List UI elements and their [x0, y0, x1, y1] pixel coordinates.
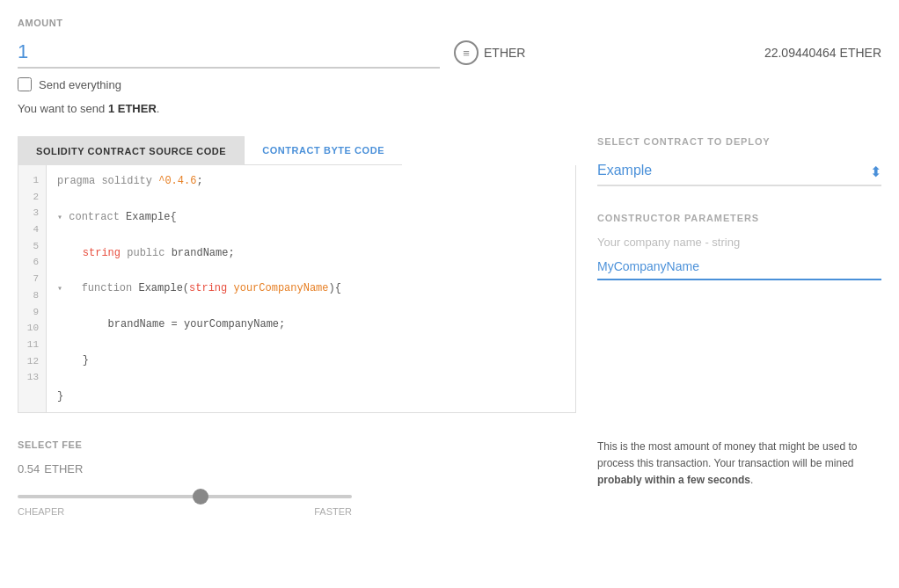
- currency-badge: ≡ ETHER: [454, 40, 525, 65]
- contract-select-wrapper: Example ⬍: [597, 156, 881, 186]
- right-panel: SELECT CONTRACT TO DEPLOY Example ⬍ CONS…: [597, 136, 881, 517]
- tabs: SOLIDITY CONTRACT SOURCE CODE CONTRACT B…: [18, 136, 576, 165]
- contract-select[interactable]: Example: [597, 156, 881, 186]
- code-content: pragma solidity ^0.4.6; ▾ contract Examp…: [47, 165, 575, 412]
- send-everything-row: Send everything: [18, 77, 881, 91]
- want-to-send-text: You want to send 1 ETHER.: [18, 102, 881, 115]
- cheaper-label: CHEAPER: [18, 506, 64, 517]
- constructor-label: CONSTRUCTOR PARAMETERS: [597, 213, 881, 223]
- main-layout: SOLIDITY CONTRACT SOURCE CODE CONTRACT B…: [18, 136, 881, 517]
- fee-section: SELECT FEE 0.54 ETHER CHEAPER FASTER: [18, 439, 576, 517]
- currency-label: ETHER: [484, 46, 525, 60]
- tab-solidity[interactable]: SOLIDITY CONTRACT SOURCE CODE: [18, 136, 245, 165]
- balance-display: 22.09440464 ETHER: [764, 46, 881, 60]
- tab-bytecode[interactable]: CONTRACT BYTE CODE: [245, 136, 402, 165]
- param-label: Your company name - string: [597, 236, 881, 249]
- ether-icon: ≡: [454, 40, 479, 65]
- amount-row: ≡ ETHER 22.09440464 ETHER: [18, 37, 881, 69]
- fee-label: SELECT FEE: [18, 439, 576, 450]
- param-input[interactable]: [597, 254, 881, 280]
- line-numbers: 1 2 3 4 5 6 7 8 9 10 11 12 13: [18, 165, 47, 412]
- faster-label: FASTER: [314, 506, 352, 517]
- code-editor: 1 2 3 4 5 6 7 8 9 10 11 12 13 pragma sol…: [18, 165, 576, 413]
- slider-labels: CHEAPER FASTER: [18, 506, 352, 517]
- amount-section: AMOUNT ≡ ETHER 22.09440464 ETHER Send ev…: [18, 18, 881, 115]
- send-everything-checkbox[interactable]: [18, 77, 32, 91]
- amount-label: AMOUNT: [18, 18, 881, 28]
- info-text: This is the most amount of money that mi…: [597, 439, 881, 490]
- fee-unit: ETHER: [44, 462, 83, 475]
- send-everything-label: Send everything: [39, 78, 121, 91]
- left-panel: SOLIDITY CONTRACT SOURCE CODE CONTRACT B…: [18, 136, 576, 517]
- fee-slider[interactable]: [18, 495, 352, 498]
- fee-value: 0.54 ETHER: [18, 459, 576, 477]
- amount-input[interactable]: [18, 37, 440, 69]
- amount-input-wrapper: [18, 37, 440, 69]
- slider-wrapper: [18, 488, 352, 501]
- select-contract-label: SELECT CONTRACT TO DEPLOY: [597, 136, 881, 147]
